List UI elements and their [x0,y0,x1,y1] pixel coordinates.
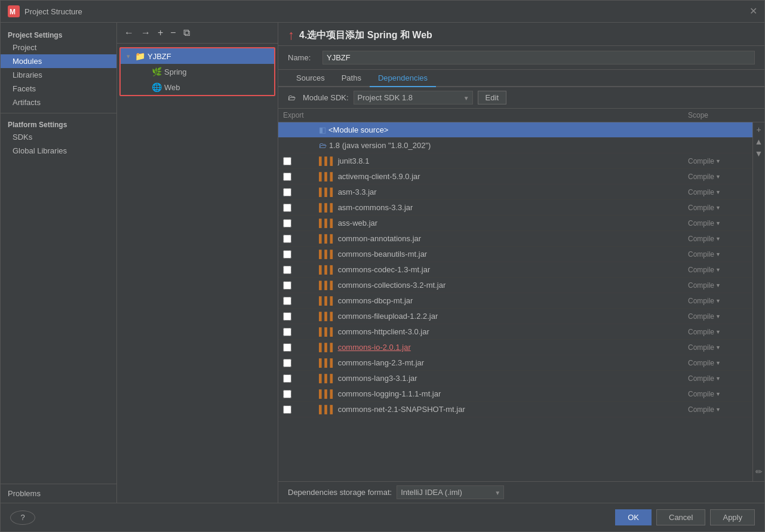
dep-row-commons-codec[interactable]: ▌▌▌ commons-codec-1.3-mt.jar Compile ▼ [278,262,752,278]
dep-scope-asm-commons[interactable]: Compile ▼ [688,204,748,212]
dep-export-commons-codec-checkbox[interactable] [283,266,291,274]
dep-export-commons-beanutils-checkbox[interactable] [283,250,291,259]
dep-row-module-source[interactable]: ◧ <Module source> [278,122,752,138]
storage-select[interactable]: IntelliJ IDEA (.iml) Eclipse (.classpath… [397,485,504,499]
jar-icon-11: ▌▌▌ [319,312,336,321]
dep-row-activemq[interactable]: ▌▌▌ activemq-client-5.9.0.jar Compile ▼ [278,169,752,184]
sidebar-item-sdks[interactable]: SDKs [1,130,116,144]
dep-export-commons-httpclient-checkbox[interactable] [283,328,291,336]
dep-export-commons-io-checkbox[interactable] [283,343,291,352]
jar-icon-12: ▌▌▌ [319,327,336,336]
dep-export-commons-logging-checkbox[interactable] [283,390,291,398]
dep-export-commons-lang3-checkbox[interactable] [283,374,291,383]
dep-scope-asm[interactable]: Compile ▼ [688,188,748,196]
dep-row-commons-logging[interactable]: ▌▌▌ commons-logging-1.1.1-mt.jar Compile… [278,386,752,402]
sdk-select-wrapper: Project SDK 1.8 [354,91,473,104]
add-module-button[interactable]: + [155,26,165,39]
sidebar-item-global-libraries[interactable]: Global Libraries [1,144,116,158]
dep-scope-junit[interactable]: Compile ▼ [688,157,748,165]
dep-row-ass-web[interactable]: ▌▌▌ ass-web.jar Compile ▼ [278,216,752,231]
jar-icon-6: ▌▌▌ [319,234,336,243]
dep-row-commons-httpclient[interactable]: ▌▌▌ commons-httpclient-3.0.jar Compile ▼ [278,324,752,340]
nav-back-button[interactable]: ← [122,26,136,39]
sdk-select[interactable]: Project SDK 1.8 [354,91,473,104]
dep-export-common-annotations-checkbox[interactable] [283,235,291,243]
dep-export-commons-net-checkbox[interactable] [283,405,291,414]
remove-module-button[interactable]: − [168,26,178,39]
sidebar-item-modules[interactable]: Modules [1,54,116,68]
scroll-up-button[interactable]: ▲ [755,137,763,146]
edit-dep-button[interactable]: ✏ [755,467,763,476]
dep-row-commons-collections[interactable]: ▌▌▌ commons-collections-3.2-mt.jar Compi… [278,278,752,293]
sidebar-item-facets[interactable]: Facets [1,82,116,96]
tab-dependencies[interactable]: Dependencies [370,70,436,87]
dep-scope-commons-net[interactable]: Compile ▼ [688,405,748,414]
dep-scope-commons-io[interactable]: Compile ▼ [688,343,748,352]
dep-scope-commons-logging[interactable]: Compile ▼ [688,390,748,398]
dep-scope-commons-lang[interactable]: Compile ▼ [688,359,748,367]
jar-icon-5: ▌▌▌ [319,219,336,227]
edit-sdk-button[interactable]: Edit [478,91,506,104]
dep-scope-activemq[interactable]: Compile ▼ [688,173,748,181]
dep-row-commons-fileupload[interactable]: ▌▌▌ commons-fileupload-1.2.2.jar Compile… [278,309,752,324]
dep-export-asm-checkbox[interactable] [283,188,291,196]
dep-row-common-annotations[interactable]: ▌▌▌ common-annotations.jar Compile ▼ [278,231,752,247]
dep-name-commons-collections: ▌▌▌ commons-collections-3.2-mt.jar [319,281,688,290]
tree-children: 🌿 Spring 🌐 Web [121,64,274,95]
dep-row-commons-dbcp[interactable]: ▌▌▌ commons-dbcp-mt.jar Compile ▼ [278,293,752,309]
name-input[interactable] [322,51,755,64]
apply-button[interactable]: Apply [710,509,755,525]
dep-export-commons-collections-checkbox[interactable] [283,281,291,290]
help-button[interactable]: ? [10,511,35,525]
dep-name-commons-lang3: ▌▌▌ commons-lang3-3.1.jar [319,374,688,383]
problems-link[interactable]: Problems [8,489,41,498]
dep-export-commons-lang-checkbox[interactable] [283,359,291,367]
dep-export-asm-commons-checkbox[interactable] [283,204,291,212]
ok-button[interactable]: OK [615,509,652,525]
dep-scope-commons-codec[interactable]: Compile ▼ [688,266,748,274]
cancel-button[interactable]: Cancel [656,509,705,525]
dep-scope-commons-lang3[interactable]: Compile ▼ [688,374,748,383]
col-export-header: Export [283,111,319,119]
dep-scope-commons-fileupload[interactable]: Compile ▼ [688,312,748,321]
dep-scope-commons-dbcp[interactable]: Compile ▼ [688,297,748,305]
tree-item-spring[interactable]: 🌿 Spring [137,64,274,79]
dep-row-commons-lang3[interactable]: ▌▌▌ commons-lang3-3.1.jar Compile ▼ [278,371,752,386]
dep-export-commons-fileupload-checkbox[interactable] [283,312,291,321]
web-icon: 🌐 [152,82,162,92]
tab-paths[interactable]: Paths [333,70,370,87]
dep-row-commons-beanutils[interactable]: ▌▌▌ commons-beanutils-mt.jar Compile ▼ [278,247,752,262]
dep-scope-commons-beanutils[interactable]: Compile ▼ [688,250,748,259]
dialog-title: Project Structure [24,7,82,16]
dep-row-commons-net[interactable]: ▌▌▌ commons-net-2.1-SNAPSHOT-mt.jar Comp… [278,402,752,417]
dep-row-asm[interactable]: ▌▌▌ asm-3.3.jar Compile ▼ [278,184,752,200]
scope-dropdown-arrow-17: ▼ [715,407,721,413]
scroll-down-button[interactable]: ▼ [755,149,763,158]
dep-export-junit-checkbox[interactable] [283,157,291,165]
dep-export-activemq-checkbox[interactable] [283,173,291,181]
add-dep-button[interactable]: + [756,125,761,134]
dep-row-jdk[interactable]: 🗁 1.8 (java version "1.8.0_202") [278,138,752,153]
sidebar-item-project[interactable]: Project [1,41,116,54]
close-button[interactable]: ✕ [749,7,757,16]
dep-row-commons-lang[interactable]: ▌▌▌ commons-lang-2.3-mt.jar Compile ▼ [278,355,752,371]
dep-row-asm-commons[interactable]: ▌▌▌ asm-commons-3.3.jar Compile ▼ [278,200,752,216]
dep-row-junit[interactable]: ▌▌▌ junit3.8.1 Compile ▼ [278,153,752,169]
tree-item-yjbzf[interactable]: ▾ 📁 YJBZF [121,48,274,64]
dep-name-commons-io: ▌▌▌ commons-io-2.0.1.jar [319,343,688,352]
storage-label: Dependencies storage format: [288,488,392,497]
sidebar-item-libraries[interactable]: Libraries [1,68,116,82]
sidebar-item-artifacts[interactable]: Artifacts [1,96,116,109]
dep-scope-common-annotations[interactable]: Compile ▼ [688,235,748,243]
tab-sources[interactable]: Sources [288,70,333,87]
dep-scope-commons-collections[interactable]: Compile ▼ [688,281,748,290]
dep-scope-commons-httpclient[interactable]: Compile ▼ [688,328,748,336]
nav-forward-button[interactable]: → [139,26,153,39]
dep-table-wrapper[interactable]: ◧ <Module source> 🗁 1.8 (java version "1… [278,122,752,481]
dep-export-ass-web-checkbox[interactable] [283,219,291,227]
dep-row-commons-io[interactable]: ▌▌▌ commons-io-2.0.1.jar Compile ▼ [278,340,752,355]
tree-item-web[interactable]: 🌐 Web [137,79,274,95]
copy-module-button[interactable]: ⧉ [181,26,192,39]
dep-export-commons-dbcp-checkbox[interactable] [283,297,291,305]
dep-scope-ass-web[interactable]: Compile ▼ [688,219,748,227]
